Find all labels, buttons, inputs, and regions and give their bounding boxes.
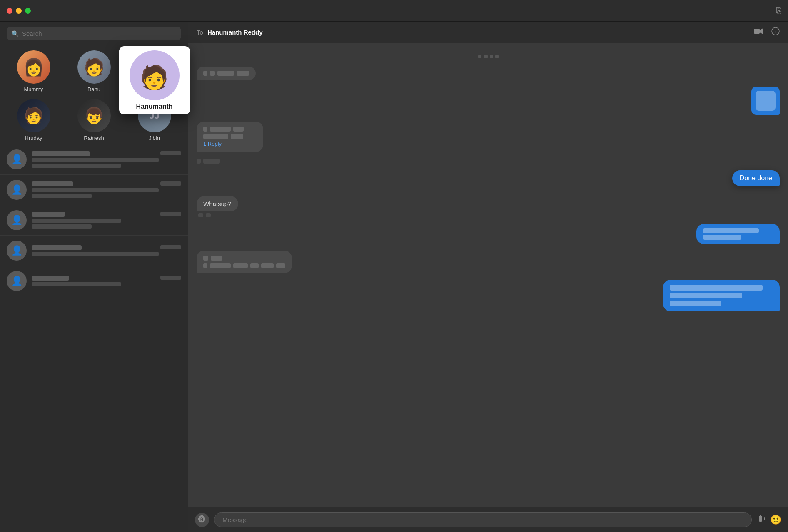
timestamp-area: [197, 55, 780, 58]
search-input[interactable]: [22, 30, 176, 37]
hruday-name: Hruday: [25, 135, 42, 141]
svg-rect-7: [761, 516, 762, 522]
conv-preview-blur-3b: [32, 224, 92, 229]
main-layout: 🔍 Mummy Danu 🧑: [0, 22, 788, 532]
mummy-avatar: [17, 50, 50, 84]
input-bar: 🅐 🙂: [188, 507, 788, 532]
conv-top-row-3: [32, 212, 181, 217]
title-bar: ⎘: [0, 0, 788, 22]
minimize-button[interactable]: [16, 8, 22, 14]
compose-icon[interactable]: ⎘: [776, 6, 781, 15]
ts-dot-4: [495, 55, 499, 58]
hanumanth-card-avatar: 🧑: [130, 50, 180, 100]
conv-name-blur-3: [32, 212, 65, 217]
msg-bubble-3: 1 Reply: [197, 122, 263, 152]
search-icon: 🔍: [12, 30, 19, 37]
conversation-2[interactable]: 👤: [0, 175, 188, 205]
conv-top-row-4: [32, 245, 181, 250]
reply-indicator[interactable]: 1 Reply: [203, 141, 257, 147]
svg-rect-4: [758, 517, 758, 521]
chat-header: To: Hanumanth Reddy i: [188, 22, 788, 43]
ratnesh-name: Ratnesh: [84, 135, 104, 141]
traffic-lights: [7, 8, 31, 14]
conv-content-1: [32, 151, 181, 168]
conversation-4[interactable]: 👤: [0, 236, 188, 266]
ts-dot-3: [490, 55, 493, 58]
svg-rect-9: [764, 517, 765, 520]
audio-icon[interactable]: [757, 515, 765, 525]
whatsup-bubble: Whatsup?: [197, 196, 238, 211]
chat-area: To: Hanumanth Reddy i: [188, 22, 788, 532]
conv-content-3: [32, 212, 181, 229]
conv-avatar-3: 👤: [7, 210, 27, 230]
msg-row-in-blur-2: [197, 251, 780, 273]
svg-marker-1: [760, 28, 763, 34]
hanumanth-card: 🧑 Hanumanth: [119, 46, 190, 114]
app-store-button[interactable]: 🅐: [195, 513, 209, 527]
conv-content-4: [32, 245, 181, 256]
msg-bubble-2: [751, 87, 780, 115]
pinned-contacts: Mummy Danu 🧑 Hanumanth Hanumanth: [0, 45, 188, 144]
conv-name-blur-1: [32, 151, 90, 156]
close-button[interactable]: [7, 8, 12, 14]
msg-row-2: [197, 87, 780, 115]
app-store-icon: 🅐: [198, 515, 206, 524]
mummy-name: Mummy: [24, 86, 43, 92]
conv-preview-5: [32, 282, 181, 286]
conv-name-blur-4: [32, 245, 82, 250]
title-bar-right: ⎘: [776, 6, 781, 15]
conversation-1[interactable]: 👤: [0, 144, 188, 175]
ts-dot-1: [478, 55, 481, 58]
conv-top-row-1: [32, 151, 181, 156]
conv-preview-1: [32, 158, 181, 168]
conv-time-blur-4: [160, 245, 181, 249]
conversation-5[interactable]: 👤: [0, 266, 188, 296]
conv-avatar-2: 👤: [7, 180, 27, 200]
pinned-contact-hruday[interactable]: Hruday: [7, 99, 60, 141]
big-outgoing-blur: [663, 280, 780, 311]
conv-preview-blur-1a: [32, 158, 159, 162]
info-icon[interactable]: i: [771, 27, 780, 37]
video-call-icon[interactable]: [754, 28, 763, 37]
msg-row-1: [197, 67, 780, 80]
msg-row-3: 1 Reply: [197, 122, 780, 152]
search-input-wrapper[interactable]: 🔍: [7, 27, 181, 40]
conv-time-blur-2: [160, 181, 181, 186]
maximize-button[interactable]: [25, 8, 31, 14]
ts-dot-2: [484, 55, 488, 58]
conv-preview-3: [32, 219, 181, 229]
conv-preview-blur-3a: [32, 219, 121, 223]
conv-content-2: [32, 181, 181, 198]
conv-preview-blur-5a: [32, 282, 121, 286]
conv-preview-blur-2b: [32, 194, 92, 198]
pinned-contact-ratnesh[interactable]: Ratnesh: [67, 99, 121, 141]
msg-row-4: [197, 159, 780, 164]
conv-preview-blur-2a: [32, 188, 159, 192]
chat-messages: 1 Reply Done done: [188, 43, 788, 507]
pinned-contact-hanumanth[interactable]: 🧑 Hanumanth Hanumanth: [127, 50, 181, 92]
conv-avatar-5: 👤: [7, 271, 27, 291]
msg-row-done-done: Done done: [197, 170, 780, 186]
pinned-contact-mummy[interactable]: Mummy: [7, 50, 60, 92]
conv-time-blur-5: [160, 276, 181, 280]
conv-top-row-5: [32, 276, 181, 281]
conversation-3[interactable]: 👤: [0, 205, 188, 236]
conv-content-5: [32, 276, 181, 286]
emoji-icon[interactable]: 🙂: [770, 515, 781, 525]
done-done-bubble: Done done: [732, 170, 780, 186]
outgoing-bubble-blurred-1: [696, 224, 780, 244]
conv-top-row-2: [32, 181, 181, 186]
message-input[interactable]: [214, 512, 752, 527]
pinned-contact-danu[interactable]: Danu: [67, 50, 121, 92]
svg-rect-0: [754, 29, 760, 34]
search-bar: 🔍: [0, 22, 188, 45]
jibin-name: Jibin: [149, 135, 160, 141]
recipient-name: Hanumanth Reddy: [207, 29, 263, 36]
to-label: To:: [197, 29, 205, 36]
msg-row-whatsup: Whatsup?: [197, 196, 780, 217]
sidebar: 🔍 Mummy Danu 🧑: [0, 22, 188, 532]
msg-bubble-in-2: [197, 251, 292, 273]
conv-name-blur-5: [32, 276, 69, 281]
msg-bubble-1: [197, 67, 256, 80]
ratnesh-avatar: [77, 99, 111, 132]
